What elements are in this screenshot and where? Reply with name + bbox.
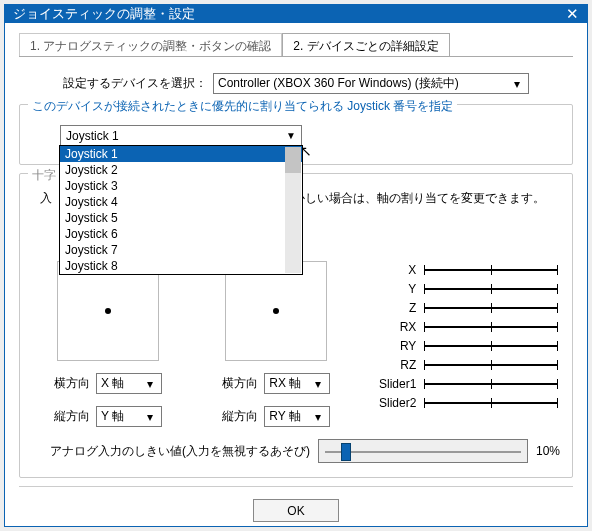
slider-thumb[interactable] xyxy=(341,443,351,461)
dropdown-scrollbar[interactable] xyxy=(285,147,301,273)
list-item[interactable]: Joystick 3 xyxy=(60,178,302,194)
scrollbar-thumb[interactable] xyxy=(285,147,301,173)
chevron-down-icon: ▾ xyxy=(142,409,157,424)
tab-advanced[interactable]: 2. デバイスごとの詳細設定 xyxy=(282,33,449,56)
h-label-2: 横方向 xyxy=(222,375,258,392)
close-icon[interactable]: ✕ xyxy=(566,5,579,23)
list-item[interactable]: Joystick 8 xyxy=(60,258,302,274)
list-item[interactable]: Joystick 2 xyxy=(60,162,302,178)
bar-label: Slider2 xyxy=(370,396,416,410)
chevron-down-icon: ▼ xyxy=(286,130,296,141)
h-axis-select-1[interactable]: X 軸▾ xyxy=(96,373,162,394)
list-item[interactable]: Joystick 7 xyxy=(60,242,302,258)
window: ジョイスティックの調整・設定 ✕ 1. アナログスティックの調整・ボタンの確認 … xyxy=(4,4,588,527)
axis-bar-z xyxy=(424,307,558,309)
pad-col-1: 横方向 X 軸▾ 縦方向 Y 軸▾ xyxy=(34,261,182,427)
device-select[interactable]: Controller (XBOX 360 For Windows) (接続中) … xyxy=(213,73,529,94)
stick-preview-2 xyxy=(225,261,327,361)
v-label-2: 縦方向 xyxy=(222,408,258,425)
axis-bar-rx xyxy=(424,326,558,328)
device-row: 設定するデバイスを選択： Controller (XBOX 360 For Wi… xyxy=(19,73,573,94)
chevron-down-icon: ▾ xyxy=(509,76,524,91)
stick-preview-1 xyxy=(57,261,159,361)
chevron-down-icon: ▾ xyxy=(310,376,325,391)
tab-analog[interactable]: 1. アナログスティックの調整・ボタンの確認 xyxy=(19,33,282,56)
device-label: 設定するデバイスを選択： xyxy=(63,75,207,92)
footer: OK xyxy=(19,486,573,531)
group-joystick-number: このデバイスが接続されたときに優先的に割り当てられる Joystick 番号を指… xyxy=(19,104,573,165)
list-item[interactable]: Joystick 1 xyxy=(60,146,302,162)
v-label-1: 縦方向 xyxy=(54,408,90,425)
axis-bar-rz xyxy=(424,364,558,366)
joystick-select[interactable]: Joystick 1 ▼ xyxy=(60,125,302,146)
bar-label: RZ xyxy=(370,358,416,372)
list-item[interactable]: Joystick 6 xyxy=(60,226,302,242)
bar-label: RY xyxy=(370,339,416,353)
axis-bar-s2 xyxy=(424,402,558,404)
joystick-current: Joystick 1 xyxy=(66,129,119,143)
bar-label: X xyxy=(370,263,416,277)
note-suffix: がおかしい場合は、軸の割り当てを変更できます。 xyxy=(269,191,545,205)
pad-col-2: 横方向 RX 軸▾ 縦方向 RY 軸▾ xyxy=(202,261,350,427)
list-item[interactable]: Joystick 4 xyxy=(60,194,302,210)
joystick-dropdown: Joystick 1 Joystick 2 Joystick 3 Joystic… xyxy=(59,145,303,275)
axis-bar-x xyxy=(424,269,558,271)
threshold-slider[interactable] xyxy=(318,439,528,463)
threshold-label: アナログ入力のしきい値(入力を無視するあそび) xyxy=(50,443,310,460)
axis-bar-y xyxy=(424,288,558,290)
chevron-down-icon: ▾ xyxy=(142,376,157,391)
titlebar: ジョイスティックの調整・設定 ✕ xyxy=(5,5,587,23)
axis-bar-ry xyxy=(424,345,558,347)
bar-label: RX xyxy=(370,320,416,334)
chevron-down-icon: ▾ xyxy=(310,409,325,424)
threshold-value: 10% xyxy=(536,444,560,458)
window-title: ジョイスティックの調整・設定 xyxy=(13,5,566,23)
v-axis-select-1[interactable]: Y 軸▾ xyxy=(96,406,162,427)
device-value: Controller (XBOX 360 For Windows) (接続中) xyxy=(218,75,459,92)
tabs: 1. アナログスティックの調整・ボタンの確認 2. デバイスごとの詳細設定 xyxy=(19,33,573,57)
bar-label: Slider1 xyxy=(370,377,416,391)
stick-dot xyxy=(105,308,111,314)
group2-legend-truncated: 十字 xyxy=(28,167,60,184)
bar-label: Y xyxy=(370,282,416,296)
stick-dot xyxy=(273,308,279,314)
note-prefix: 入 xyxy=(40,191,52,205)
v-axis-select-2[interactable]: RY 軸▾ xyxy=(264,406,330,427)
group1-legend: このデバイスが接続されたときに優先的に割り当てられる Joystick 番号を指… xyxy=(28,98,457,115)
list-item[interactable]: Joystick 5 xyxy=(60,210,302,226)
h-label-1: 横方向 xyxy=(54,375,90,392)
threshold-row: アナログ入力のしきい値(入力を無視するあそび) 10% xyxy=(50,439,562,463)
bar-label: Z xyxy=(370,301,416,315)
ok-button[interactable]: OK xyxy=(253,499,339,522)
axis-bar-s1 xyxy=(424,383,558,385)
axis-bars: X Y Z RX RY RZ Slider1 Slider2 xyxy=(370,261,558,427)
h-axis-select-2[interactable]: RX 軸▾ xyxy=(264,373,330,394)
window-body: 1. アナログスティックの調整・ボタンの確認 2. デバイスごとの詳細設定 設定… xyxy=(5,23,587,531)
